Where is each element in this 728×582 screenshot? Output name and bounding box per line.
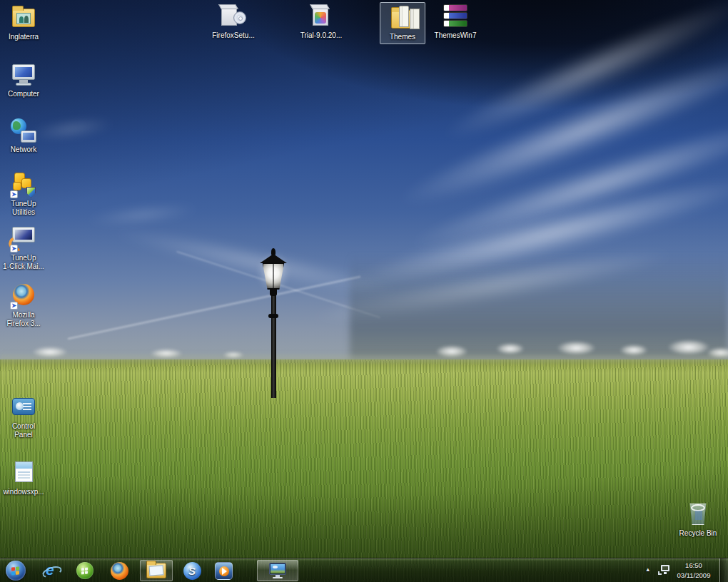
windows-start-orb-icon [6, 561, 26, 581]
safari-icon: S [183, 562, 201, 580]
taskbar-button-display-properties[interactable] [257, 560, 298, 581]
desktop-icon-control-panel[interactable]: Control Panel [0, 394, 49, 439]
desktop-icon-label: Network [0, 146, 49, 154]
taskbar-clock[interactable]: 16:50 03/11/2009 [669, 561, 718, 581]
desktop-icon-label: TuneUp Utilities [0, 200, 49, 216]
desktop-icon-label: Computer [0, 90, 49, 98]
shortcut-arrow-icon: ➤ [10, 190, 18, 198]
desktop-icon-trial-installer[interactable]: Trial-9.0.20... [293, 3, 350, 40]
tuneup-puzzle-icon: ➤ [10, 171, 37, 198]
cloud-streak [85, 201, 200, 229]
contrail [67, 275, 360, 340]
folder-themes-icon [389, 4, 416, 31]
taskbar-button-internet-explorer[interactable]: e [39, 560, 63, 581]
taskbar-button-media-player[interactable] [211, 560, 236, 581]
clock-time: 16:50 [669, 561, 718, 571]
desktop-icon-tuneup-utilities[interactable]: ➤ TuneUp Utilities [0, 171, 49, 216]
document-icon [10, 459, 37, 486]
wallpaper-sky [0, 0, 728, 364]
desktop-icon-label: FirefoxSetu... [205, 31, 262, 40]
taskbar-button-media-center[interactable] [73, 560, 97, 581]
desktop-icon-label: Inglaterra [0, 33, 49, 41]
desktop[interactable]: Inglaterra Computer Network ➤ TuneUp Uti… [0, 0, 728, 582]
desktop-icon-themeswin7[interactable]: ThemesWin7 [427, 3, 484, 40]
desktop-icon-label: windowsxp... [0, 488, 49, 496]
desktop-icon-computer[interactable]: Computer [0, 61, 49, 98]
lamp-post [252, 248, 295, 399]
desktop-icon-label: Control Panel [0, 422, 49, 439]
desktop-icon-firefox-setup[interactable]: FirefoxSetu... [205, 3, 262, 40]
wallpaper-field [0, 359, 728, 582]
desktop-icon-windowsxp-file[interactable]: windowsxp... [0, 459, 49, 496]
folder-shared-icon [10, 4, 37, 31]
desktop-icon-label: ThemesWin7 [427, 31, 484, 40]
lamp-collar [268, 314, 278, 318]
desktop-icon-mozilla-firefox[interactable]: ➤ Mozilla Firefox 3... [0, 282, 49, 327]
desktop-icon-label: Mozilla Firefox 3... [0, 311, 49, 327]
desktop-icon-tuneup-1click[interactable]: ➤ TuneUp 1-Click Mai... [0, 225, 49, 270]
show-hidden-icons-button[interactable]: ▴ [646, 566, 649, 573]
installer-box-icon [308, 3, 335, 30]
firefox-icon: ➤ [10, 282, 37, 310]
installer-cd-icon [220, 3, 247, 30]
desktop-icon-themes[interactable]: Themes [380, 2, 425, 44]
taskbar-button-firefox[interactable] [107, 560, 131, 581]
taskbar: e S ▴ 16:50 [0, 558, 728, 582]
tuneup-monitor-icon: ➤ [10, 225, 37, 252]
firefox-icon [111, 562, 128, 580]
lamp-pole [271, 294, 276, 398]
display-window-icon [268, 562, 287, 579]
start-button[interactable] [4, 560, 27, 581]
desktop-icon-network[interactable]: Network [0, 117, 49, 154]
control-panel-icon [10, 394, 37, 421]
taskbar-button-safari[interactable]: S [180, 560, 204, 581]
network-globe-icon [10, 117, 37, 144]
internet-explorer-icon: e [42, 562, 59, 579]
desktop-icon-label: Recycle Bin [669, 529, 727, 538]
windows-media-player-icon [215, 562, 233, 580]
show-desktop-button[interactable] [719, 558, 728, 582]
clock-date: 03/11/2009 [669, 571, 718, 581]
computer-icon [10, 61, 37, 88]
desktop-icon-label: TuneUp 1-Click Mai... [0, 254, 49, 270]
lamp-cap [260, 254, 287, 263]
media-center-icon [76, 562, 93, 579]
desktop-icon-inglaterra[interactable]: Inglaterra [0, 4, 49, 41]
recycle-bin-icon [684, 501, 712, 528]
desktop-icon-recycle-bin[interactable]: Recycle Bin [669, 501, 727, 538]
shortcut-arrow-icon: ➤ [10, 302, 18, 310]
horizon-band [0, 352, 728, 364]
lamp-neck [270, 289, 277, 296]
explorer-folder-icon [146, 563, 166, 578]
shortcut-arrow-icon: ➤ [10, 245, 18, 252]
winrar-archive-icon [442, 3, 469, 30]
desktop-icon-label: Themes [380, 33, 425, 41]
network-tray-icon[interactable] [658, 564, 669, 576]
taskbar-button-windows-explorer[interactable] [140, 560, 173, 581]
desktop-icon-label: Trial-9.0.20... [293, 31, 350, 40]
